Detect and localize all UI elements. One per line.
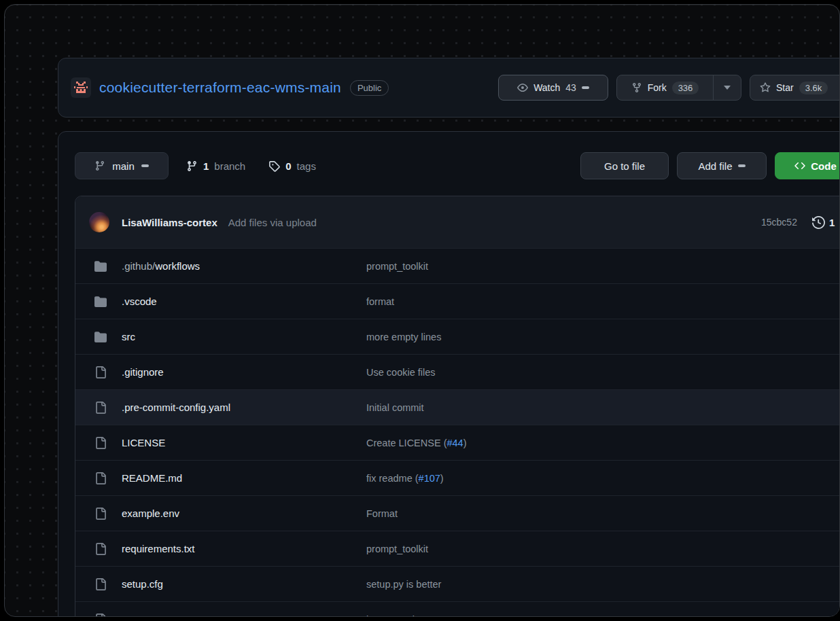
file-row[interactable]: .github/workflows prompt_toolkit — [75, 248, 840, 283]
file-icon — [94, 508, 108, 520]
file-icon — [94, 366, 108, 378]
file-row[interactable]: setup.py bump version — [75, 601, 840, 617]
code-button[interactable]: Code — [775, 152, 840, 179]
file-row[interactable]: requirements.txt prompt_toolkit — [75, 531, 840, 566]
folder-icon — [94, 296, 108, 308]
watch-button[interactable]: Watch 43 — [498, 75, 608, 101]
latest-commit-bar: LisaWilliams-cortex Add files via upload… — [75, 196, 840, 248]
row-commit-message[interactable]: Create LICENSE (#44) — [366, 438, 467, 448]
chevron-down-icon — [724, 86, 731, 90]
repo-actions: Watch 43 Fork 336 Star 3.6k — [498, 75, 840, 101]
file-name-link[interactable]: .github/workflows — [122, 260, 200, 272]
file-name-link[interactable]: .gitignore — [122, 366, 164, 378]
row-commit-message[interactable]: Use cookie files — [366, 367, 436, 378]
eye-icon — [517, 82, 528, 93]
watch-count: 43 — [565, 82, 576, 93]
add-file-caret-icon — [738, 164, 746, 167]
fork-button-group: Fork 336 — [616, 75, 741, 101]
file-name-link[interactable]: .pre-commit-config.yaml — [122, 402, 230, 413]
tag-count-label: tags — [297, 160, 316, 172]
history-icon[interactable] — [812, 216, 825, 229]
file-name-link[interactable]: setup.cfg — [122, 578, 163, 590]
commit-hash-link[interactable]: 15cbc52 — [761, 217, 797, 228]
toolbar-actions: Go to file Add file Code — [580, 152, 840, 179]
row-commit-message[interactable]: prompt_toolkit — [366, 261, 428, 272]
file-row[interactable]: .gitignore Use cookie files — [75, 354, 840, 389]
file-row[interactable]: LICENSE Create LICENSE (#44) — [75, 425, 840, 460]
issue-link[interactable]: #44 — [447, 438, 463, 448]
star-button[interactable]: Star 3.6k — [750, 75, 837, 100]
go-to-file-label: Go to file — [604, 160, 645, 172]
git-branch-icon — [186, 160, 198, 172]
current-branch-label: main — [112, 160, 135, 172]
branch-toolbar: main 1 branch 0 tags Go to file Add file — [75, 152, 840, 179]
file-icon — [94, 472, 108, 484]
row-commit-message[interactable]: more empty lines — [366, 332, 441, 342]
fork-icon — [631, 82, 642, 93]
file-table: LisaWilliams-cortex Add files via upload… — [75, 196, 840, 617]
file-row[interactable]: .vscode format — [75, 283, 840, 319]
code-label: Code — [811, 160, 837, 172]
row-commit-message[interactable]: bump version — [366, 614, 425, 618]
file-row[interactable]: example.env Format — [75, 495, 840, 531]
star-label: Star — [776, 82, 794, 93]
avatar[interactable] — [89, 212, 109, 232]
code-icon — [794, 160, 805, 171]
file-name-link[interactable]: LICENSE — [122, 437, 165, 448]
fork-button[interactable]: Fork 336 — [617, 75, 713, 100]
file-icon — [94, 543, 108, 555]
add-file-button[interactable]: Add file — [677, 152, 767, 179]
commit-author-link[interactable]: LisaWilliams-cortex — [122, 217, 217, 228]
tag-count: 0 — [285, 160, 291, 172]
add-file-label: Add file — [698, 160, 732, 172]
row-commit-message[interactable]: Initial commit — [366, 402, 424, 413]
watch-caret-icon — [582, 86, 589, 89]
issue-link[interactable]: #107 — [419, 473, 440, 484]
repo-content-card: main 1 branch 0 tags Go to file Add file — [58, 131, 840, 617]
tag-icon — [268, 160, 280, 172]
repo-template-icon — [71, 77, 91, 98]
commit-message-link[interactable]: Add files via upload — [228, 217, 317, 228]
file-icon — [94, 402, 108, 414]
visibility-badge: Public — [350, 80, 389, 96]
watch-label: Watch — [533, 82, 560, 93]
file-name-link[interactable]: .vscode — [122, 296, 157, 307]
file-row[interactable]: README.md fix readme (#107) — [75, 460, 840, 495]
repo-header-card: cookiecutter-terraform-eac-wms-main Publ… — [58, 58, 840, 118]
branch-count: 1 — [203, 160, 209, 172]
app-screen: cookiecutter-terraform-eac-wms-main Publ… — [4, 4, 840, 617]
commit-meta: 15cbc52 1 — [761, 196, 835, 248]
file-name-link[interactable]: requirements.txt — [122, 543, 195, 554]
star-icon — [760, 82, 771, 93]
commit-history-count[interactable]: 1 — [829, 217, 835, 228]
file-name-link[interactable]: src — [122, 331, 135, 342]
folder-icon — [94, 260, 108, 272]
fork-count: 336 — [672, 82, 699, 94]
row-commit-message[interactable]: format — [366, 296, 394, 307]
row-commit-message[interactable]: setup.py is better — [366, 579, 441, 590]
star-count: 3.6k — [799, 82, 828, 94]
branches-link[interactable]: 1 branch — [186, 160, 245, 172]
star-button-group: Star 3.6k — [750, 75, 840, 101]
tags-link[interactable]: 0 tags — [268, 160, 316, 172]
go-to-file-button[interactable]: Go to file — [580, 152, 669, 179]
file-name-link[interactable]: README.md — [122, 472, 182, 484]
row-commit-message[interactable]: prompt_toolkit — [366, 544, 428, 554]
file-row[interactable]: .pre-commit-config.yaml Initial commit — [75, 389, 840, 425]
file-icon — [94, 578, 108, 590]
row-commit-message[interactable]: fix readme (#107) — [366, 473, 444, 484]
file-row[interactable]: src more empty lines — [75, 319, 840, 354]
fork-dropdown-button[interactable] — [714, 75, 741, 100]
branch-caret-icon — [141, 164, 149, 167]
folder-icon — [94, 331, 108, 343]
row-commit-message[interactable]: Format — [366, 508, 398, 519]
git-branch-icon — [94, 160, 105, 171]
repo-title-link[interactable]: cookiecutter-terraform-eac-wms-main — [99, 79, 341, 96]
branch-selector-button[interactable]: main — [75, 152, 169, 179]
file-icon — [94, 437, 108, 449]
file-row[interactable]: setup.cfg setup.py is better — [75, 566, 840, 601]
fork-label: Fork — [648, 82, 667, 93]
file-name-link[interactable]: setup.py — [122, 614, 160, 617]
file-icon — [94, 614, 108, 618]
file-name-link[interactable]: example.env — [122, 508, 179, 519]
